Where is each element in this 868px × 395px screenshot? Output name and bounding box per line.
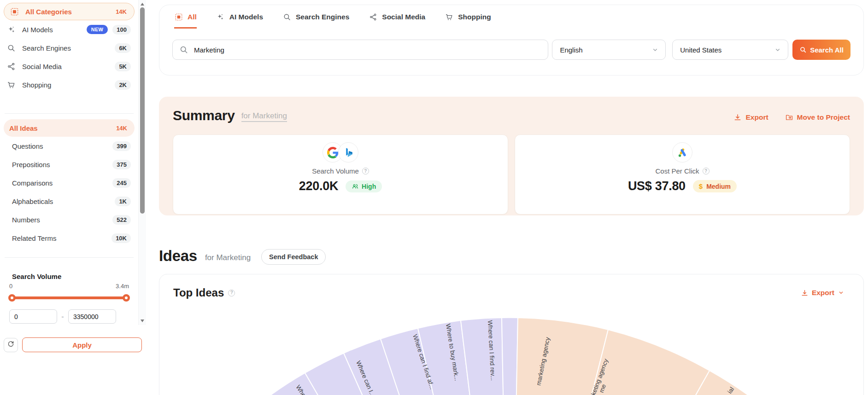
tab-ai-models[interactable]: AI Models xyxy=(216,12,263,29)
sidebar-item-prepositions[interactable]: Prepositions 375 xyxy=(0,155,138,174)
range-max-label: 3.4m xyxy=(116,283,129,290)
export-button[interactable]: Export xyxy=(733,113,768,122)
tab-label: Search Engines xyxy=(296,13,349,21)
summary-title: Summary xyxy=(173,108,235,123)
slider-track xyxy=(9,296,129,299)
sidebar-item-all-ideas[interactable]: All Ideas 14K xyxy=(4,119,135,137)
slider-handle-min[interactable] xyxy=(8,294,16,302)
country-select[interactable]: United States xyxy=(672,40,788,60)
top-ideas-export-button[interactable]: Export xyxy=(801,289,845,297)
search-box xyxy=(172,40,548,60)
search-panel: All AI Models Search Engines xyxy=(159,5,864,76)
apply-button[interactable]: Apply xyxy=(22,337,142,352)
sidebar-item-related-terms[interactable]: Related Terms 10K xyxy=(0,229,138,247)
sidebar-item-label: Questions xyxy=(12,142,43,150)
ideas-subtitle: for Marketing xyxy=(205,253,251,262)
tab-social-media[interactable]: Social Media xyxy=(369,12,425,29)
tab-label: AI Models xyxy=(229,13,263,21)
scrollbar-down-arrow[interactable] xyxy=(139,318,146,324)
sidebar-item-label: Numbers xyxy=(12,216,40,224)
sidebar-item-search-engines[interactable]: Search Engines 6K xyxy=(0,39,138,57)
count-badge: 100 xyxy=(112,25,131,35)
help-icon[interactable]: ? xyxy=(362,168,369,174)
sidebar-item-label: Comparisons xyxy=(12,179,53,187)
help-icon[interactable]: ? xyxy=(703,168,710,174)
volume-min-input[interactable] xyxy=(9,309,57,324)
sidebar-item-comparisons[interactable]: Comparisons 245 xyxy=(0,174,138,192)
search-volume-label: Search Volume xyxy=(312,167,359,175)
volume-level-label: High xyxy=(362,183,376,190)
top-ideas-card: Top Ideas ? Export xyxy=(159,274,864,395)
sidebar-item-label: Related Terms xyxy=(12,234,56,242)
search-icon xyxy=(282,12,291,21)
scrollbar-up-arrow[interactable] xyxy=(139,1,146,7)
help-icon[interactable]: ? xyxy=(228,290,235,296)
sparkles-icon xyxy=(6,25,16,34)
tab-shopping[interactable]: Shopping xyxy=(445,12,491,29)
search-row: English United States Search All xyxy=(172,40,850,60)
ideas-header: Ideas for Marketing Send Feedback xyxy=(159,247,326,265)
range-min-label: 0 xyxy=(9,283,12,290)
volume-range-slider[interactable] xyxy=(9,294,129,301)
count-badge: 6K xyxy=(115,43,131,53)
sidebar-item-label: Alphabeticals xyxy=(12,198,53,205)
count-badge: 5K xyxy=(115,62,131,71)
sidebar-item-label: Shopping xyxy=(22,81,51,89)
volume-max-input[interactable] xyxy=(68,309,116,324)
summary-subtitle: for Marketing xyxy=(241,111,287,122)
sidebar-item-numbers[interactable]: Numbers 522 xyxy=(0,210,138,229)
share-nodes-icon xyxy=(369,12,377,21)
sidebar-item-questions[interactable]: Questions 399 xyxy=(0,137,138,155)
summary-section: Summary for Marketing Export Move to Pro… xyxy=(159,97,864,215)
count-badge: 14K xyxy=(111,7,128,17)
dollar-icon: $ xyxy=(699,182,703,190)
users-icon xyxy=(352,183,359,190)
cart-icon xyxy=(445,12,453,21)
search-icon xyxy=(799,46,807,53)
count-badge: 399 xyxy=(112,141,131,151)
sidebar-item-social-media[interactable]: Social Media 5K xyxy=(0,57,138,76)
wheel-segment[interactable] xyxy=(502,318,518,395)
search-volume-filter: Search Volume 0 3.4m - xyxy=(0,273,138,352)
tab-all[interactable]: All xyxy=(174,12,197,29)
cpc-level-badge: $ Medium xyxy=(693,180,737,192)
reset-filter-button[interactable] xyxy=(4,338,18,352)
cpc-level-label: Medium xyxy=(706,183,731,190)
search-all-button[interactable]: Search All xyxy=(792,40,850,60)
volume-level-badge: High xyxy=(346,180,382,192)
categories-scan-icon xyxy=(174,12,183,21)
chevron-down-icon xyxy=(651,46,659,53)
send-feedback-button[interactable]: Send Feedback xyxy=(261,249,326,265)
sidebar-item-alphabeticals[interactable]: Alphabeticals 1K xyxy=(0,192,138,210)
sidebar-item-shopping[interactable]: Shopping 2K xyxy=(0,76,138,94)
top-ideas-title: Top Ideas xyxy=(173,286,224,299)
export-label: Export xyxy=(745,113,768,122)
download-icon xyxy=(733,113,742,122)
keyword-search-input[interactable] xyxy=(172,40,548,60)
move-folder-icon xyxy=(785,113,793,122)
language-select[interactable]: English xyxy=(552,40,666,60)
count-badge: 245 xyxy=(112,178,131,188)
range-separator: - xyxy=(57,313,68,321)
count-badge: 2K xyxy=(115,80,131,90)
search-volume-value: 220.0K xyxy=(299,179,338,193)
sidebar-item-label: AI Models xyxy=(22,26,53,34)
country-value: United States xyxy=(680,46,721,54)
keyword-wheel-chart[interactable]: Where... Where can I... Where can I find… xyxy=(159,317,863,395)
sidebar-item-label: All Ideas xyxy=(9,124,38,132)
sidebar-item-ai-models[interactable]: AI Models NEW 100 xyxy=(0,20,138,39)
search-volume-card: Search Volume ? 220.0K High xyxy=(173,134,508,215)
slider-handle-max[interactable] xyxy=(123,294,130,302)
sidebar-scrollbar[interactable] xyxy=(138,0,146,325)
sidebar-item-all-categories[interactable]: All Categories 14K xyxy=(4,3,135,20)
move-to-project-button[interactable]: Move to Project xyxy=(785,113,850,122)
sidebar-item-label: Prepositions xyxy=(12,161,50,168)
refresh-icon xyxy=(7,340,15,349)
scrollbar-thumb[interactable] xyxy=(140,7,145,214)
tab-search-engines[interactable]: Search Engines xyxy=(282,12,349,29)
count-badge: 14K xyxy=(112,123,128,133)
categories-scan-icon xyxy=(10,7,19,16)
filter-title: Search Volume xyxy=(12,273,126,280)
bing-logo-icon xyxy=(338,142,358,163)
count-badge: 1K xyxy=(115,197,131,206)
